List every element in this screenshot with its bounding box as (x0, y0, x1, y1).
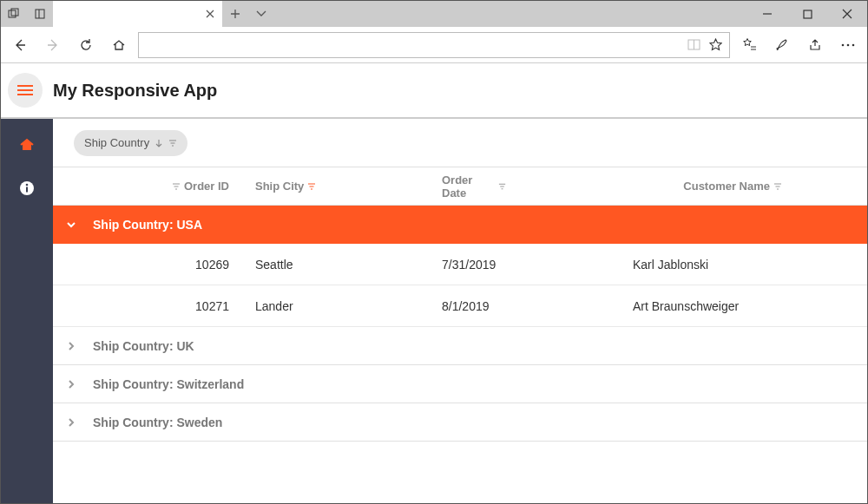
app-body: Ship Country Order ID Ship City (1, 119, 867, 503)
table-row[interactable]: 10269Seattle7/31/2019Karl Jablonski (53, 244, 867, 285)
sort-down-icon (155, 139, 163, 147)
group-chip-ship-country[interactable]: Ship Country (74, 130, 187, 156)
filter-icon (773, 182, 782, 191)
cell-order-id: 10269 (86, 258, 255, 272)
filter-icon (307, 182, 316, 191)
titlebar (1, 1, 867, 27)
filter-icon (172, 182, 181, 191)
svg-rect-1 (11, 9, 18, 16)
tab-preview-icon[interactable] (27, 1, 53, 27)
cell-ship-city: Lander (255, 299, 442, 313)
column-header-ship-city[interactable]: Ship City (255, 180, 442, 193)
reading-view-icon[interactable] (687, 38, 700, 51)
hamburger-button[interactable] (8, 73, 43, 108)
group-row[interactable]: Ship Country: UK (53, 327, 867, 365)
group-chip-row: Ship Country (53, 119, 867, 167)
table-row[interactable]: 10271Lander8/1/2019Art Braunschweiger (53, 285, 867, 327)
close-window-button[interactable] (827, 1, 867, 27)
close-tab-icon[interactable] (205, 9, 215, 19)
tabs-dropdown-button[interactable] (248, 1, 274, 27)
window-group-icon[interactable] (1, 1, 27, 27)
refresh-button[interactable] (72, 31, 100, 59)
main-panel: Ship Country Order ID Ship City (53, 119, 867, 503)
app-header: My Responsive App (1, 63, 867, 119)
svg-rect-0 (9, 10, 16, 17)
home-button[interactable] (105, 31, 133, 59)
sidebar-item-home[interactable] (10, 128, 44, 162)
chip-label: Ship Country (84, 136, 149, 149)
browser-tab[interactable] (53, 1, 222, 27)
svg-rect-10 (26, 187, 28, 193)
cell-customer-name: Art Braunschweiger (633, 299, 867, 313)
sidebar-item-info[interactable] (10, 171, 44, 206)
notes-icon[interactable] (768, 31, 796, 59)
grid-body: Ship Country: USA10269Seattle7/31/2019Ka… (53, 206, 867, 442)
favorite-icon[interactable] (709, 38, 722, 51)
favorites-list-icon[interactable] (735, 31, 763, 59)
cell-ship-city: Seattle (255, 258, 442, 272)
more-icon[interactable] (834, 31, 862, 59)
chevron-right-icon (65, 378, 77, 390)
group-label: Ship Country: Switzerland (93, 377, 244, 391)
forward-button (39, 31, 67, 59)
filter-icon (498, 182, 506, 191)
minimize-button[interactable] (747, 1, 787, 27)
chevron-down-icon (65, 219, 77, 231)
home-icon (18, 136, 36, 154)
info-icon (18, 180, 36, 197)
sidebar (1, 119, 53, 503)
group-label: Ship Country: UK (93, 339, 194, 353)
cell-order-id: 10271 (86, 299, 255, 313)
share-icon[interactable] (801, 31, 829, 59)
group-row[interactable]: Ship Country: Switzerland (53, 365, 867, 403)
hamburger-icon (17, 85, 33, 95)
back-button[interactable] (6, 31, 34, 59)
filter-icon (168, 139, 177, 147)
address-bar[interactable] (138, 32, 730, 58)
new-tab-button[interactable] (222, 1, 248, 27)
column-header-customer-name[interactable]: Customer Name (633, 180, 867, 193)
cell-customer-name: Karl Jablonski (633, 258, 867, 272)
grid-header: Order ID Ship City Order Date Customer N… (53, 167, 867, 206)
group-label: Ship Country: Sweden (93, 416, 222, 429)
cell-order-date: 7/31/2019 (442, 258, 633, 272)
app-title: My Responsive App (53, 81, 217, 101)
app-content: My Responsive App Ship Country (1, 63, 867, 503)
group-row[interactable]: Ship Country: Sweden (53, 403, 867, 442)
browser-toolbar (1, 27, 867, 63)
cell-order-date: 8/1/2019 (442, 299, 633, 313)
svg-point-5 (842, 43, 845, 46)
browser-window: My Responsive App Ship Country (0, 0, 868, 504)
svg-point-9 (26, 184, 29, 187)
column-header-order-id[interactable]: Order ID (86, 180, 255, 193)
column-header-order-date[interactable]: Order Date (442, 173, 633, 200)
group-row[interactable]: Ship Country: USA (53, 206, 867, 244)
group-label: Ship Country: USA (93, 218, 202, 232)
svg-point-6 (847, 43, 850, 46)
svg-rect-3 (804, 10, 812, 18)
maximize-button[interactable] (787, 1, 827, 27)
chevron-right-icon (65, 416, 77, 429)
svg-rect-2 (36, 10, 44, 18)
chevron-right-icon (65, 340, 77, 352)
svg-point-7 (852, 43, 855, 46)
